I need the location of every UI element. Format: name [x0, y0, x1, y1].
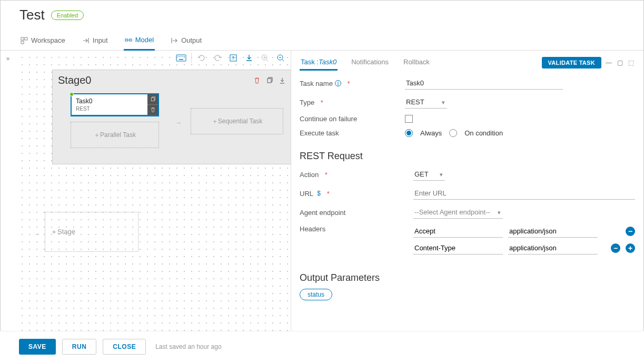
details-tab-notifications[interactable]: Notifications	[350, 55, 390, 71]
headers-label: Headers	[300, 225, 325, 233]
upload-icon[interactable]	[227, 53, 239, 63]
input-icon	[82, 37, 90, 44]
maximize-icon[interactable]: ⬚	[627, 59, 635, 66]
tab-label: Output	[181, 36, 202, 44]
tab-label: Workspace	[31, 36, 65, 44]
tab-workspace[interactable]: Workspace	[19, 33, 66, 50]
action-label: Action	[300, 171, 319, 179]
svg-rect-4	[130, 39, 132, 41]
url-input[interactable]	[413, 187, 635, 200]
svg-rect-16	[151, 97, 154, 101]
validate-task-button[interactable]: VALIDATE TASK	[542, 57, 601, 69]
tab-label: Input	[93, 36, 108, 44]
zoom-in-icon[interactable]	[259, 53, 271, 63]
redo-icon[interactable]	[212, 53, 223, 63]
tab-model[interactable]: Model	[124, 33, 155, 51]
restore-icon[interactable]: ▢	[616, 59, 624, 66]
remove-header-icon[interactable]: −	[626, 227, 635, 236]
agent-label: Agent endpoint	[300, 209, 345, 217]
stage-box[interactable]: Stage0 Task0 REST	[52, 70, 291, 164]
svg-rect-5	[176, 55, 186, 61]
execute-label: Execute task	[300, 129, 339, 137]
run-button[interactable]: RUN	[62, 339, 97, 355]
task-card-name: Task0	[76, 97, 143, 105]
radio-on-condition-label: On condition	[464, 129, 503, 137]
rest-section-header: REST Request	[300, 151, 635, 162]
agent-select[interactable]: --Select Agent endpoint--	[413, 206, 503, 219]
zoom-out-icon[interactable]	[275, 53, 286, 63]
action-select[interactable]: GET	[413, 168, 445, 181]
dollar-icon[interactable]: $	[315, 190, 321, 197]
copy-stage-icon[interactable]	[265, 76, 274, 85]
model-icon	[125, 36, 132, 44]
header-value-input[interactable]	[508, 242, 598, 255]
svg-point-8	[181, 56, 182, 57]
add-sequential-task[interactable]: ＋Sequential Task	[191, 108, 283, 134]
copy-task-icon[interactable]	[147, 94, 158, 105]
radio-on-condition[interactable]	[449, 129, 457, 137]
output-icon	[171, 37, 178, 44]
task-name-label: Task name	[300, 80, 333, 87]
task-name-input[interactable]	[405, 77, 563, 90]
svg-rect-1	[25, 37, 27, 40]
type-label: Type	[300, 99, 314, 106]
arrow-icon: →	[33, 230, 41, 238]
minimize-icon[interactable]: —	[605, 59, 613, 66]
svg-rect-11	[179, 59, 183, 60]
output-section-header: Output Parameters	[300, 272, 635, 283]
tab-output[interactable]: Output	[170, 33, 203, 50]
type-select[interactable]: REST	[405, 96, 447, 109]
add-stage[interactable]: ＋Stage	[45, 212, 138, 252]
details-tab-task[interactable]: Task :Task0	[300, 55, 338, 71]
delete-task-icon[interactable]	[147, 105, 158, 115]
radio-always[interactable]	[405, 129, 413, 137]
download-icon[interactable]	[243, 53, 255, 63]
page-title: Test	[19, 7, 45, 23]
svg-point-7	[179, 56, 180, 57]
svg-rect-15	[267, 79, 271, 83]
add-header-icon[interactable]: +	[626, 243, 635, 253]
delete-stage-icon[interactable]	[253, 76, 261, 85]
remove-header-icon[interactable]: −	[611, 243, 620, 253]
add-parallel-task[interactable]: ＋Parallel Task	[71, 122, 159, 148]
svg-point-6	[177, 56, 179, 57]
close-button[interactable]: CLOSE	[103, 339, 146, 355]
stage-title: Stage0	[58, 74, 91, 86]
continue-checkbox[interactable]	[405, 115, 413, 123]
header-key-input[interactable]	[413, 242, 503, 255]
tab-label: Model	[135, 36, 154, 44]
pipeline-canvas[interactable]: Stage0 Task0 REST	[15, 51, 291, 338]
svg-point-9	[182, 56, 183, 57]
status-dot-icon	[70, 92, 74, 96]
continue-label: Continue on failure	[300, 115, 357, 123]
last-saved-text: Last saved an hour ago	[155, 343, 221, 350]
nav-tabs: Workspace Input Model Output	[1, 27, 643, 51]
url-label: URL	[300, 190, 313, 198]
tab-input[interactable]: Input	[81, 33, 109, 50]
svg-point-10	[184, 56, 185, 57]
more-stage-icon[interactable]	[278, 76, 286, 85]
header-key-input[interactable]	[413, 225, 503, 238]
arrow-icon: →	[175, 119, 182, 126]
radio-always-label: Always	[420, 129, 442, 137]
svg-rect-3	[125, 39, 127, 41]
keyboard-icon[interactable]	[175, 53, 187, 63]
expand-sidebar-button[interactable]: »	[1, 51, 15, 338]
task-card[interactable]: Task0 REST	[71, 93, 159, 116]
info-icon[interactable]: i	[335, 80, 341, 86]
workspace-icon	[21, 37, 28, 44]
status-badge: Enabled	[51, 11, 84, 20]
details-pane: Task :Task0 Notifications Rollback VALID…	[291, 51, 643, 338]
output-param-chip[interactable]: status	[300, 289, 332, 300]
save-button[interactable]: SAVE	[19, 339, 56, 355]
header-value-input[interactable]	[508, 225, 598, 238]
svg-rect-0	[21, 37, 24, 40]
undo-icon[interactable]	[196, 53, 207, 63]
svg-rect-2	[21, 41, 24, 44]
details-tab-rollback[interactable]: Rollback	[402, 55, 431, 71]
task-card-type: REST	[76, 106, 143, 112]
